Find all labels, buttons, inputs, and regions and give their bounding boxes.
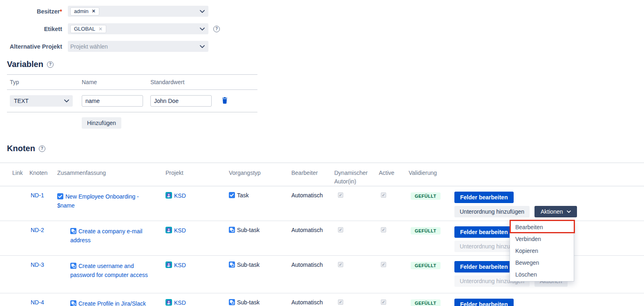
actions-dropdown-menu: Bearbeiten Verbinden Kopieren Bewegen Lö… [510,220,574,281]
besitzer-tag[interactable]: admin ✕ [70,7,99,16]
subtask-icon [70,228,76,234]
issue-type-label: Sub-task [237,261,259,268]
menu-item-bearbeiten[interactable]: Bearbeiten [510,221,574,233]
edit-fields-button[interactable]: Felder bearbeiten [454,299,514,306]
summary-link[interactable]: Create a company e-mail address [70,228,142,243]
edit-fields-button[interactable]: Felder bearbeiten [454,192,514,203]
knoten-title: Knoten ? [7,144,45,153]
summary-link[interactable]: New Employee Onboarding - $name [57,193,139,209]
variablen-title: Variablen ? [7,60,257,69]
node-link[interactable]: ND-2 [31,227,44,233]
delete-variable-button[interactable] [221,96,229,106]
form-row-etikett: Etikett GLOBAL ✕ ? [0,23,220,34]
subtask-icon [229,227,235,233]
edit-fields-button[interactable]: Felder bearbeiten [454,226,514,238]
etikett-label: Etikett [0,26,62,32]
task-icon [229,192,235,198]
col-active: Active [379,163,409,186]
dynamic-author-checkbox[interactable]: ✓ [338,192,343,198]
help-icon[interactable]: ? [213,26,220,32]
col-standardwert: Standardwert [150,79,212,85]
subtask-icon [70,300,76,306]
form-row-alternative-projekt: Alternative Projekt Projekt wählen [0,41,220,52]
chevron-down-icon [64,99,69,103]
project-avatar-icon [165,227,172,233]
variablen-table-header: Typ Name Standardwert [7,75,257,90]
col-validierung: Validierung [409,163,454,186]
table-row: ND-1 New Employee Onboarding - $name KSD… [0,186,644,221]
validation-badge: GEFÜLLT [411,227,441,235]
required-asterisk: * [60,8,62,15]
col-typ: Typ [10,79,82,85]
menu-item-verbinden[interactable]: Verbinden [510,233,574,245]
task-icon [57,193,63,199]
knoten-table-header: Link Knoten Zusammenfassung Projekt Vorg… [0,163,644,186]
trash-icon [221,97,228,104]
assignee-value: Automatisch [291,221,334,255]
assignee-value: Automatisch [291,186,334,221]
subtask-icon [229,299,235,305]
col-name: Name [82,79,150,85]
col-bearbeiter: Bearbeiter [291,163,334,186]
node-link[interactable]: ND-1 [31,192,44,199]
remove-tag-icon[interactable]: ✕ [92,9,95,13]
tag-label: GLOBAL [74,26,95,32]
project-link[interactable]: KSD [174,262,186,268]
chevron-down-icon [200,27,205,31]
col-dynamischer-autor: Dynamischer Autor(in) [334,163,379,186]
validation-badge: GEFÜLLT [411,299,441,306]
menu-item-kopieren[interactable]: Kopieren [510,245,574,257]
chevron-down-icon [200,10,205,13]
col-projekt: Projekt [165,163,229,186]
etikett-tag[interactable]: GLOBAL ✕ [70,25,106,33]
col-link: Link [12,163,29,186]
app-screen: Besitzer* admin ✕ Etikett GLOBAL ✕ ? A [0,0,644,306]
add-variable-button[interactable]: Hinzufügen [82,117,121,129]
issue-type-label: Task [237,192,249,199]
col-vorgangstyp: Vorgangstyp [229,163,291,186]
col-zusammenfassung: Zusammenfassung [57,163,165,186]
subtask-icon [70,263,76,269]
select-placeholder: Projekt wählen [70,43,108,50]
project-link[interactable]: KSD [174,227,186,234]
active-checkbox[interactable]: ✓ [381,192,386,198]
menu-item-loeschen[interactable]: Löschen [510,268,574,280]
project-avatar-icon [165,192,172,199]
validation-badge: GEFÜLLT [411,192,441,200]
dynamic-author-checkbox[interactable]: ✓ [338,299,343,305]
menu-item-bewegen[interactable]: Bewegen [510,257,574,268]
project-link[interactable]: KSD [174,299,186,306]
help-icon[interactable]: ? [47,61,54,68]
issue-type-label: Sub-task [237,227,259,233]
actions-dropdown-button[interactable]: Aktionen [534,206,577,217]
help-icon[interactable]: ? [39,145,45,152]
besitzer-select[interactable]: admin ✕ [68,6,208,17]
dynamic-author-checkbox[interactable]: ✓ [338,227,343,232]
assignee-value: Automatisch [291,293,334,306]
active-checkbox[interactable]: ✓ [381,299,386,305]
project-avatar-icon [165,261,172,268]
node-link[interactable]: ND-3 [31,261,44,268]
active-checkbox[interactable]: ✓ [381,262,386,267]
active-checkbox[interactable]: ✓ [381,227,386,232]
edit-fields-button[interactable]: Felder bearbeiten [454,261,514,272]
variable-name-input[interactable] [82,95,143,107]
alternative-projekt-select[interactable]: Projekt wählen [68,41,208,52]
variablen-section: Variablen ? Typ Name Standardwert TEXT [7,60,257,129]
alternative-projekt-label: Alternative Projekt [0,43,62,50]
remove-tag-icon[interactable]: ✕ [98,27,103,31]
variable-type-select[interactable]: TEXT [10,95,73,107]
summary-link[interactable]: Create Profile in Jira/Slack [78,300,146,306]
add-child-button[interactable]: Unterordnung hinzufügen [454,206,530,217]
project-link[interactable]: KSD [174,192,186,199]
etikett-select[interactable]: GLOBAL ✕ [68,23,208,34]
project-avatar-icon [165,299,172,306]
form-row-besitzer: Besitzer* admin ✕ [0,6,220,17]
node-link[interactable]: ND-4 [31,299,44,306]
dynamic-author-checkbox[interactable]: ✓ [338,262,343,267]
summary-link[interactable]: Create username and password for compute… [70,263,148,278]
besitzer-label: Besitzer* [0,8,62,15]
validation-badge: GEFÜLLT [411,262,441,269]
variable-default-input[interactable] [150,95,212,107]
issue-type-label: Sub-task [237,299,259,306]
